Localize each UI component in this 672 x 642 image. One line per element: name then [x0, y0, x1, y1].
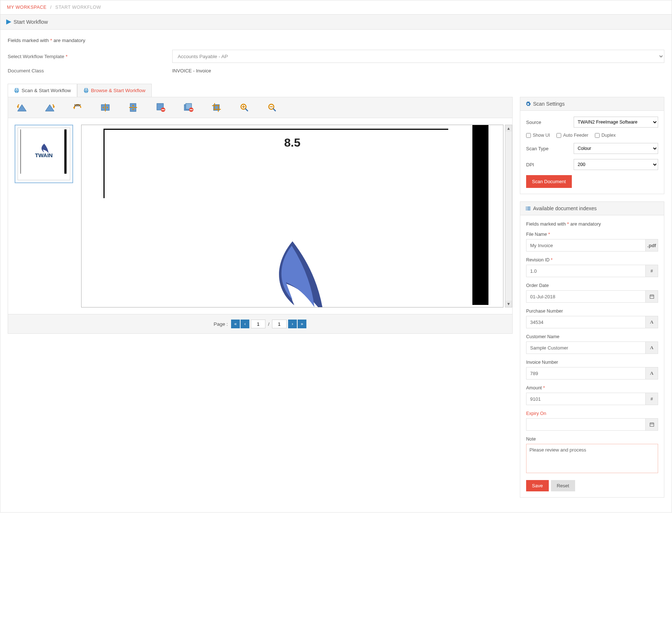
rotate-left-icon[interactable] [15, 101, 29, 114]
label-document-class: Document Class [8, 68, 172, 73]
note-textarea[interactable] [526, 444, 658, 473]
svg-rect-40 [526, 207, 527, 207]
svg-marker-8 [17, 106, 19, 108]
svg-rect-41 [527, 207, 531, 207]
label-workflow-template: Select Workflow Template * [8, 54, 172, 59]
breadcrumb-sep: / [48, 5, 54, 10]
svg-text:180°: 180° [74, 103, 81, 107]
page-title: Start Workflow [14, 19, 48, 25]
file-ext-badge: .pdf [646, 239, 658, 252]
calendar-icon[interactable] [646, 290, 658, 303]
scan-type-select[interactable]: Colour [574, 143, 658, 154]
pager-prev-icon[interactable]: ‹ [241, 320, 249, 328]
tab-scan-label: Scan & Start Workflow [22, 88, 71, 93]
label-amount: Amount * [526, 385, 658, 390]
save-button[interactable]: Save [526, 480, 549, 491]
workflow-template-select[interactable]: Accounts Payable - AP [172, 50, 664, 63]
tab-scan-start[interactable]: Scan & Start Workflow [8, 84, 77, 97]
rotate-180-icon[interactable]: 180° [71, 101, 84, 114]
svg-rect-45 [527, 209, 531, 210]
svg-rect-46 [650, 295, 654, 298]
cb-auto-feeder[interactable]: Auto Feeder [556, 133, 588, 138]
pager-first-icon[interactable]: « [231, 320, 240, 328]
cb-show-ui[interactable]: Show UI [526, 133, 550, 138]
reset-button[interactable]: Reset [551, 480, 575, 491]
indexes-title: Available document indexes [533, 205, 597, 211]
svg-line-38 [273, 109, 276, 111]
remove-all-icon[interactable] [182, 101, 195, 114]
svg-marker-0 [6, 19, 11, 24]
pager-next-icon[interactable]: › [288, 320, 297, 328]
svg-marker-9 [45, 105, 54, 111]
gear-icon [525, 101, 531, 107]
label-source: Source [526, 120, 574, 125]
pager-last-icon[interactable]: » [298, 320, 306, 328]
text-type-icon: A [646, 316, 658, 328]
label-invoice-number: Invoice Number [526, 360, 658, 365]
print-icon [14, 88, 19, 93]
cb-duplex[interactable]: Duplex [595, 133, 616, 138]
svg-rect-44 [526, 209, 527, 210]
scan-settings-header: Scan Settings [520, 97, 664, 111]
svg-rect-50 [650, 423, 654, 426]
document-class-value: INVOICE - Invoice [172, 68, 664, 73]
svg-marker-11 [73, 107, 75, 109]
pager-label: Page : [214, 321, 228, 327]
svg-rect-23 [162, 109, 165, 110]
svg-marker-10 [53, 106, 55, 108]
zoom-in-icon[interactable] [238, 101, 251, 114]
breadcrumb-current: START WORKFLOW [55, 5, 101, 10]
label-dpi: DPI [526, 162, 574, 167]
thumb-label: TWAIN [35, 152, 53, 158]
scan-settings-title: Scan Settings [533, 101, 565, 107]
amount-input[interactable] [526, 393, 646, 405]
number-type-icon: # [646, 393, 658, 405]
flip-vertical-icon[interactable] [127, 101, 140, 114]
file-name-input[interactable] [526, 239, 646, 252]
customer-name-input[interactable] [526, 341, 646, 354]
indexes-header: Available document indexes [520, 202, 664, 215]
expiry-on-input[interactable] [526, 418, 646, 431]
dpi-select[interactable]: 200 [574, 159, 658, 170]
label-scan-type: Scan Type [526, 146, 574, 151]
pager-sep: / [268, 321, 269, 327]
revision-id-input[interactable] [526, 265, 646, 277]
play-icon [6, 19, 11, 24]
label-revision-id: Revision ID * [526, 257, 658, 263]
thumbnail-1[interactable]: TWAIN [15, 125, 73, 183]
label-customer-name: Customer Name [526, 334, 658, 339]
pager-current-input[interactable] [251, 320, 265, 328]
calendar-icon[interactable] [646, 418, 658, 431]
pager-total [272, 320, 287, 328]
crop-icon[interactable] [210, 101, 223, 114]
twain-logo-icon [245, 241, 340, 307]
svg-marker-7 [18, 105, 26, 111]
flip-horizontal-icon[interactable] [99, 101, 112, 114]
label-file-name: File Name * [526, 232, 658, 237]
svg-rect-27 [190, 109, 193, 110]
label-note: Note [526, 437, 658, 442]
scan-document-button[interactable]: Scan Document [526, 175, 572, 188]
list-icon [525, 206, 531, 211]
remove-page-icon[interactable] [154, 101, 167, 114]
print-icon [83, 88, 89, 93]
rotate-right-icon[interactable] [43, 101, 56, 114]
indexes-mandatory-note: Fields marked with * are mandatory [526, 221, 658, 227]
invoice-number-input[interactable] [526, 367, 646, 379]
breadcrumb-home[interactable]: MY WORKSPACE [7, 5, 46, 10]
mandatory-note: Fields marked with * are mandatory [8, 38, 664, 43]
vertical-scrollbar[interactable]: ▲▼ [505, 125, 512, 307]
label-purchase-number: Purchase Number [526, 309, 658, 314]
zoom-out-icon[interactable] [265, 101, 279, 114]
panel-header-start-workflow: Start Workflow [0, 15, 672, 30]
order-date-input[interactable] [526, 290, 646, 303]
document-canvas[interactable]: 8.5 [81, 125, 503, 307]
number-type-icon: # [646, 265, 658, 277]
tab-browse-start[interactable]: Browse & Start Workflow [77, 84, 152, 97]
source-select[interactable]: TWAIN2 FreeImage Software [574, 117, 658, 128]
purchase-number-input[interactable] [526, 316, 646, 328]
svg-line-34 [245, 109, 248, 111]
text-type-icon: A [646, 367, 658, 379]
measure-label: 8.5 [284, 136, 300, 150]
breadcrumb: MY WORKSPACE / START WORKFLOW [0, 0, 672, 15]
